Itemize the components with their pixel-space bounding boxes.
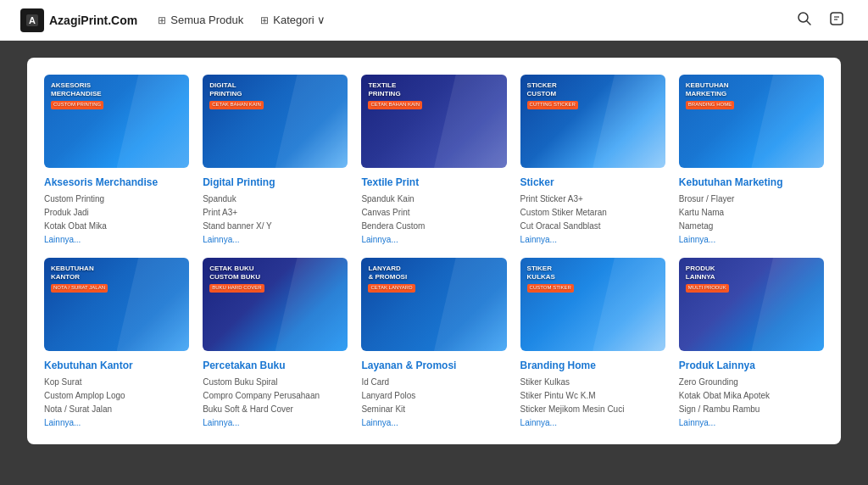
list-item: Nota / Surat Jalan	[44, 403, 189, 416]
list-item: Zero Grounding	[679, 376, 824, 389]
account-button[interactable]	[826, 8, 848, 33]
search-button[interactable]	[793, 8, 815, 33]
product-sub-items-lanyard-promosi: Id CardLanyard PolosSeminar Kit	[361, 376, 506, 416]
grid-icon: ⊞	[158, 14, 166, 26]
product-sub-items-textile-print: Spanduk KainCanvas PrintBendera Custom	[361, 192, 506, 233]
search-icon	[797, 11, 812, 26]
product-title-digital-printing: Digital Printing	[203, 176, 348, 188]
logo[interactable]: A AzagiPrint.Com	[20, 8, 137, 32]
product-item-textile-print[interactable]: TEXTILEPRINTINGCETAK BAHAN KAINTextile P…	[361, 75, 506, 244]
product-title-lanyard-promosi: Layanan & Promosi	[361, 360, 506, 371]
product-image-percetakan-buku: CETAK BUKUCUSTOM BUKUBUKU HARD COVER	[203, 258, 348, 351]
product-item-percetakan-buku[interactable]: CETAK BUKUCUSTOM BUKUBUKU HARD COVERPerc…	[203, 258, 348, 427]
svg-line-3	[807, 21, 810, 25]
product-item-lanyard-promosi[interactable]: LANYARD& PROMOSICETAK LANYARDLayanan & P…	[361, 258, 506, 427]
product-item-sticker[interactable]: STICKERCUSTOMCUTTING STICKERStickerPrint…	[520, 75, 665, 244]
main-nav: ⊞ Semua Produk ⊞ Kategori ∨	[158, 14, 793, 26]
product-sub-items-kebutuhan-kantor: Kop SuratCustom Amplop LogoNota / Surat …	[44, 376, 189, 416]
product-title-percetakan-buku: Percetakan Buku	[203, 360, 348, 371]
nav-label-semua-produk: Semua Produk	[170, 14, 243, 26]
product-more-kebutuhan-kantor[interactable]: Lainnya...	[44, 418, 189, 427]
content-card: AKSESORISMERCHANDISECUSTOM PRINTINGAkses…	[27, 58, 841, 444]
product-title-produk-lainnya: Produk Lainnya	[679, 360, 824, 371]
product-item-kebutuhan-marketing[interactable]: KEBUTUHANMARKETINGBRANDING HOMEKebutuhan…	[679, 75, 824, 244]
product-grid: AKSESORISMERCHANDISECUSTOM PRINTINGAkses…	[44, 75, 824, 427]
product-img-sublabel-textile-print: CETAK BAHAN KAIN	[368, 101, 422, 109]
product-more-digital-printing[interactable]: Lainnya...	[203, 235, 348, 244]
product-image-aksesoris: AKSESORISMERCHANDISECUSTOM PRINTING	[44, 75, 189, 168]
list-item: Cut Oracal Sandblast	[520, 220, 665, 233]
product-more-branding-home[interactable]: Lainnya...	[520, 418, 665, 427]
product-more-sticker[interactable]: Lainnya...	[520, 235, 665, 244]
product-img-label-sticker: STICKERCUSTOMCUTTING STICKER	[527, 81, 578, 109]
logo-text: AzagiPrint.Com	[49, 14, 137, 27]
product-more-kebutuhan-marketing[interactable]: Lainnya...	[679, 235, 824, 244]
product-item-aksesoris[interactable]: AKSESORISMERCHANDISECUSTOM PRINTINGAkses…	[44, 75, 189, 244]
nav-item-semua-produk[interactable]: ⊞ Semua Produk	[158, 14, 243, 26]
list-item: Bendera Custom	[361, 220, 506, 233]
list-item: Spanduk Kain	[361, 192, 506, 206]
list-item: Stand banner X/ Y	[203, 220, 348, 233]
product-item-kebutuhan-kantor[interactable]: KEBUTUHANKANTORNOTA / SURAT JALANKebutuh…	[44, 258, 189, 427]
product-title-branding-home: Branding Home	[520, 360, 665, 371]
svg-text:A: A	[29, 15, 36, 25]
list-item: Kop Surat	[44, 376, 189, 389]
product-image-kebutuhan-kantor: KEBUTUHANKANTORNOTA / SURAT JALAN	[44, 258, 189, 351]
account-icon	[829, 11, 844, 26]
decorative-shape	[751, 75, 824, 168]
product-item-digital-printing[interactable]: DIGITALPRINTINGCETAK BAHAN KAINDigital P…	[203, 75, 348, 244]
nav-item-kategori[interactable]: ⊞ Kategori ∨	[260, 14, 326, 26]
list-item: Kotak Obat Mika	[44, 220, 189, 233]
product-more-lanyard-promosi[interactable]: Lainnya...	[361, 418, 506, 427]
list-item: Produk Jadi	[44, 206, 189, 220]
decorative-shape	[275, 258, 348, 351]
product-img-label-kebutuhan-marketing: KEBUTUHANMARKETINGBRANDING HOME	[686, 81, 734, 109]
product-more-produk-lainnya[interactable]: Lainnya...	[679, 418, 824, 427]
list-item: Compro Company Perusahaan	[203, 389, 348, 403]
product-more-textile-print[interactable]: Lainnya...	[361, 235, 506, 244]
product-image-lanyard-promosi: LANYARD& PROMOSICETAK LANYARD	[361, 258, 506, 351]
product-img-label-percetakan-buku: CETAK BUKUCUSTOM BUKUBUKU HARD COVER	[209, 265, 264, 293]
product-img-label-aksesoris: AKSESORISMERCHANDISECUSTOM PRINTING	[51, 81, 103, 109]
product-title-kebutuhan-kantor: Kebutuhan Kantor	[44, 360, 189, 371]
decorative-shape	[751, 258, 824, 351]
list-item: Stiker Kulkas	[520, 376, 665, 389]
product-img-sublabel-sticker: CUTTING STICKER	[527, 101, 578, 109]
product-img-label-textile-print: TEXTILEPRINTINGCETAK BAHAN KAIN	[368, 81, 422, 109]
list-item: Brosur / Flayer	[679, 192, 824, 206]
product-image-produk-lainnya: PRODUKLAINNYAMULTI PRODUK	[679, 258, 824, 351]
product-item-produk-lainnya[interactable]: PRODUKLAINNYAMULTI PRODUKProduk LainnyaZ…	[679, 258, 824, 427]
category-icon: ⊞	[260, 14, 269, 26]
svg-rect-4	[831, 13, 843, 25]
header-actions	[793, 8, 848, 33]
product-img-label-lanyard-promosi: LANYARD& PROMOSICETAK LANYARD	[368, 265, 415, 293]
list-item: Spanduk	[203, 192, 348, 206]
decorative-shape	[593, 258, 665, 351]
list-item: Kartu Nama	[679, 206, 824, 220]
list-item: Custom Printing	[44, 192, 189, 206]
product-title-aksesoris: Aksesoris Merchandise	[44, 176, 189, 188]
product-img-label-kebutuhan-kantor: KEBUTUHANKANTORNOTA / SURAT JALAN	[51, 265, 108, 293]
product-image-textile-print: TEXTILEPRINTINGCETAK BAHAN KAIN	[361, 75, 506, 168]
product-sub-items-digital-printing: SpandukPrint A3+Stand banner X/ Y	[203, 192, 348, 233]
product-item-branding-home[interactable]: STIKERKULKASCUSTOM STIKERBranding HomeSt…	[520, 258, 665, 427]
list-item: Kotak Obat Mika Apotek	[679, 389, 824, 403]
list-item: Custom Amplop Logo	[44, 389, 189, 403]
product-image-sticker: STICKERCUSTOMCUTTING STICKER	[520, 75, 665, 168]
product-sub-items-percetakan-buku: Custom Buku SpiralCompro Company Perusah…	[203, 376, 348, 416]
list-item: Stiker Pintu Wc K.M	[520, 389, 665, 403]
product-sub-items-aksesoris: Custom PrintingProduk JadiKotak Obat Mik…	[44, 192, 189, 233]
product-sub-items-produk-lainnya: Zero GroundingKotak Obat Mika ApotekSign…	[679, 376, 824, 416]
product-img-label-digital-printing: DIGITALPRINTINGCETAK BAHAN KAIN	[209, 81, 264, 109]
product-sub-items-kebutuhan-marketing: Brosur / FlayerKartu NamaNametag	[679, 192, 824, 233]
main-content: AKSESORISMERCHANDISECUSTOM PRINTINGAkses…	[0, 41, 868, 485]
product-image-kebutuhan-marketing: KEBUTUHANMARKETINGBRANDING HOME	[679, 75, 824, 168]
list-item: Sign / Rambu Rambu	[679, 403, 824, 416]
decorative-shape	[434, 75, 507, 168]
list-item: Custom Buku Spiral	[203, 376, 348, 389]
product-more-aksesoris[interactable]: Lainnya...	[44, 235, 189, 244]
product-more-percetakan-buku[interactable]: Lainnya...	[203, 418, 348, 427]
product-img-sublabel-percetakan-buku: BUKU HARD COVER	[209, 284, 264, 293]
product-img-label-branding-home: STIKERKULKASCUSTOM STIKER	[527, 265, 574, 293]
product-sub-items-branding-home: Stiker KulkasStiker Pintu Wc K.MSticker …	[520, 376, 665, 416]
